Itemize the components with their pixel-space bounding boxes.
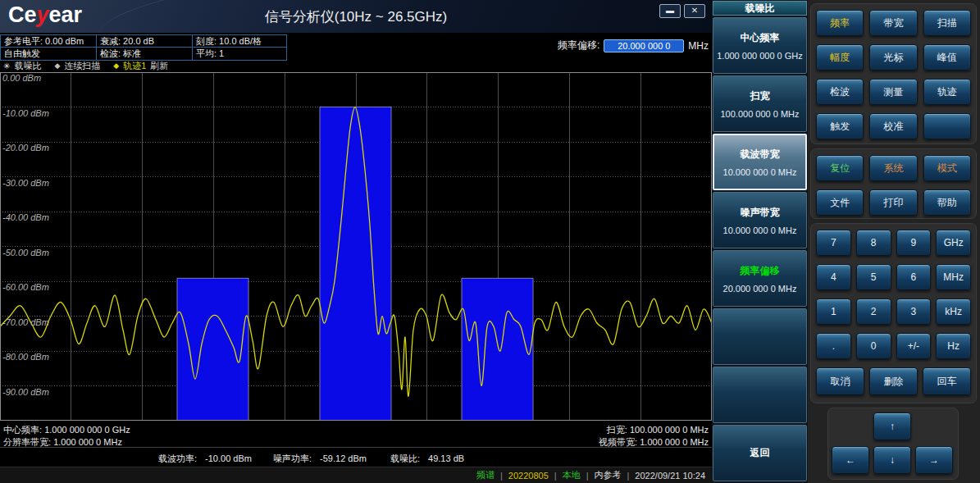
key-delete[interactable]: 删除 [869,367,918,395]
key-blank[interactable] [923,113,971,139]
key-hz[interactable]: Hz [936,333,971,359]
key-3[interactable]: 3 [896,298,932,325]
softkey-label: 中心频率 [741,31,780,45]
key-khz[interactable]: kHz [936,298,971,325]
cn-ratio-value: 49.13 dB [428,453,464,463]
softkey-frequency-offset[interactable]: 频率偏移20.000 000 0 MHz [713,250,807,307]
key-7[interactable]: 7 [816,230,851,256]
key-sweep[interactable]: 扫描 [923,10,971,36]
softkey-value: 10.000 000 0 MHz [723,226,797,235]
cn-ratio-readout: 载噪比:49.13 dB [390,453,464,465]
y-axis-label: -50.00 dBm [2,248,49,257]
trace-diamond-icon: ◆ [113,62,119,70]
key-8[interactable]: 8 [856,230,891,256]
key-arrow-right[interactable]: → [915,446,953,474]
span-readout: 扫宽: 100.000 000 0 MHz [607,424,709,436]
key-1[interactable]: 1 [816,298,851,325]
key-mode[interactable]: 模式 [923,155,971,181]
key-5[interactable]: 5 [856,264,891,290]
rbw-readout: 分辨率带宽: 1.000 000 0 MHz [3,436,122,449]
key-cancel[interactable]: 取消 [816,367,864,395]
numeric-keypad-group: 789GHz456MHz123kHz.0+/-Hz 取消删除回车 [810,223,977,403]
arrow-key-group: ↑←↓→ [827,408,959,480]
keypad-action-row: 取消删除回车 [816,367,971,395]
measure-star-icon: ✳ [3,62,10,71]
softkey-back[interactable]: 返回 [713,425,807,481]
softkey-blank-1[interactable] [713,308,807,365]
key-mhz[interactable]: MHz [936,264,971,290]
key-6[interactable]: 6 [896,264,932,290]
function-key-group: 频率带宽扫描幅度光标峰值检波测量轨迹触发校准 [810,3,977,144]
cn-ratio-label: 载噪比: [390,453,420,463]
main-display-area: Ceyear 信号分析仪(10Hz ~ 26.5GHz) ▬ ✕ 参考电平: 0… [0,0,712,483]
status-separator: | [586,471,589,481]
key-system[interactable]: 系统 [869,155,917,181]
y-axis-label: -70.00 dBm [2,317,49,327]
softkey-label: 载波带宽 [741,148,780,162]
close-button[interactable]: ✕ [684,4,705,18]
carrier-band [320,107,391,421]
parameter-table: 参考电平: 0.00 dBm衰减: 20.0 dB刻度: 10.0 dB/格自由… [0,34,287,61]
frequency-offset-unit: MHz [688,40,709,52]
softkey-label: 噪声带宽 [741,206,780,220]
param-cell-1: 衰减: 20.0 dB [97,35,193,48]
y-axis-label: -10.00 dBm [2,108,49,118]
key-arrow-up[interactable]: ↑ [873,412,911,440]
sweep-indicator-label: 连续扫描 [64,60,100,72]
key-reset[interactable]: 复位 [816,155,864,181]
logo-accent: y [37,2,49,27]
key-marker[interactable]: 光标 [869,44,917,71]
key-file[interactable]: 文件 [816,189,864,216]
key-amplitude[interactable]: 幅度 [816,44,864,71]
param-cell-4: 检波: 标准 [97,48,193,60]
softkey-value: 1.000 000 000 0 GHz [717,51,803,61]
softkey-carrier-bandwidth[interactable]: 载波带宽10.000 000 0 MHz [713,134,807,190]
key-0[interactable]: 0 [856,333,891,359]
status-control: 本地 [563,469,581,481]
softkey-value: 10.000 000 0 MHz [723,167,797,177]
system-key-group: 复位系统模式文件打印帮助 [810,148,977,219]
key-bandwidth[interactable]: 带宽 [869,10,917,36]
key-enter[interactable]: 回车 [923,367,971,395]
status-build: 20220805 [508,471,549,481]
vbw-readout: 视频带宽: 1.000 000 0 MHz [599,436,709,449]
key-detector[interactable]: 检波 [816,79,864,105]
y-axis-label: -60.00 dBm [2,282,49,292]
key-peak[interactable]: 峰值 [923,44,971,71]
status-indicator-row: ✳ 载噪比 ◆ 连续扫描 ◆ 轨迹1 刷新 [3,60,168,71]
key-calibration[interactable]: 校准 [869,113,917,139]
key-plus-minus[interactable]: +/- [896,333,932,359]
param-cell-3: 自由触发 [1,48,97,60]
softkey-noise-bandwidth[interactable]: 噪声带宽10.000 000 0 MHz [713,192,807,248]
key-measure[interactable]: 测量 [869,79,917,105]
key-2[interactable]: 2 [856,298,891,325]
key-4[interactable]: 4 [816,264,851,290]
softkey-menu-header: 载噪比 [713,1,807,16]
trace-indicator-label: 轨迹1 [123,60,146,72]
key-dot[interactable]: . [816,333,851,359]
param-cell-2: 刻度: 10.0 dB/格 [193,35,286,48]
key-trace[interactable]: 轨迹 [923,79,971,105]
key-print[interactable]: 打印 [869,189,917,216]
key-help[interactable]: 帮助 [923,189,971,216]
y-axis-label: -40.00 dBm [2,212,49,222]
minimize-button[interactable]: ▬ [659,4,681,18]
window-controls: ▬ ✕ [659,4,705,18]
trace-state-label: 刷新 [150,60,168,72]
key-frequency[interactable]: 频率 [816,10,864,36]
key-arrow-left[interactable]: ← [832,446,869,474]
softkey-blank-2[interactable] [713,367,807,423]
noise-power-label: 噪声功率: [273,453,312,463]
y-axis-label: -90.00 dBm [2,387,49,397]
param-cell-0: 参考电平: 0.00 dBm [1,35,97,48]
frequency-offset-input[interactable]: 20.000 000 0 [604,39,684,52]
softkey-center-frequency[interactable]: 中心频率1.000 000 000 0 GHz [713,17,807,74]
key-trigger[interactable]: 触发 [816,113,864,139]
key-9[interactable]: 9 [896,230,932,256]
softkey-span[interactable]: 扫宽100.000 000 0 MHz [713,75,807,132]
softkey-label: 返回 [750,446,770,460]
measurement-results-row: 载波功率:-10.00 dBm噪声功率:-59.12 dBm载噪比:49.13 … [0,449,712,466]
key-arrow-down[interactable]: ↓ [873,446,911,474]
window-title: 信号分析仪(10Hz ~ 26.5GHz) [123,7,589,26]
key-ghz[interactable]: GHz [936,230,971,256]
